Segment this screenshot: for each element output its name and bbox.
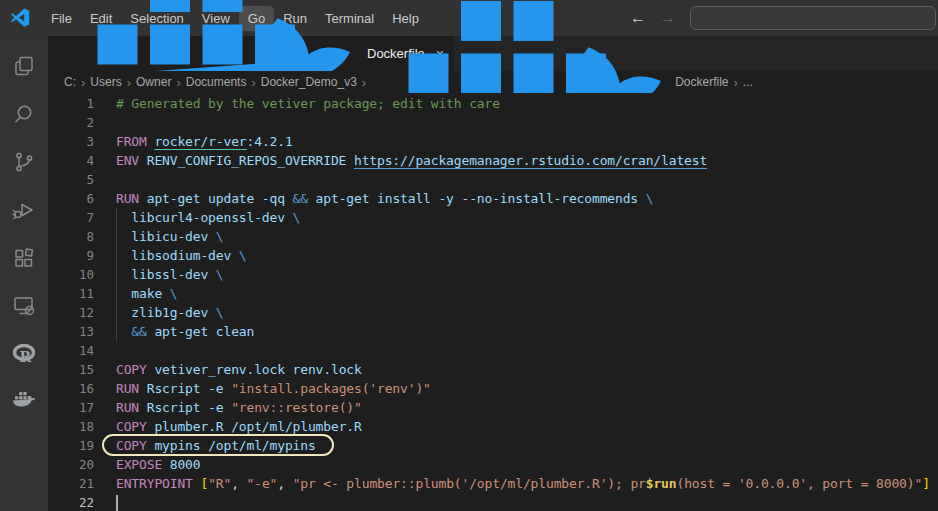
breadcrumb-chevron-icon: › [127,75,131,90]
breadcrumb-item[interactable]: Owner [136,75,171,89]
code-line[interactable]: 8 libicu-dev \ [48,227,938,246]
code-line[interactable]: 5 [48,170,938,189]
indent-guide [116,208,117,227]
line-number: 8 [48,227,94,246]
line-number: 18 [48,417,94,436]
line-number: 4 [48,151,94,170]
line-number: 17 [48,398,94,417]
activity-bar: R [0,36,48,511]
code-line[interactable]: 2 [48,113,938,132]
indent-guide [116,246,117,265]
line-number: 7 [48,208,94,227]
code-line[interactable]: 1# Generated by the vetiver package; edi… [48,94,938,113]
code-line[interactable]: 9 libsodium-dev \ [48,246,938,265]
code-line[interactable]: 3FROM rocker/r-ver:4.2.1 [48,132,938,151]
line-number: 14 [48,341,94,360]
code-line[interactable]: 10 libssl-dev \ [48,265,938,284]
r-language-icon[interactable]: R [0,330,48,378]
line-number: 12 [48,303,94,322]
line-number: 1 [48,94,94,113]
breadcrumb-chevron-icon: › [362,75,366,90]
line-number: 6 [48,189,94,208]
code-line[interactable]: 19COPY mypins /opt/ml/mypins [48,436,938,455]
line-number: 21 [48,474,94,493]
docker-icon[interactable] [0,378,48,426]
breadcrumb-item[interactable]: Documents [186,75,247,89]
code-line[interactable]: 21ENTRYPOINT ["R", "-e", "pr <- plumber:… [48,474,938,493]
code-line[interactable]: 14 [48,341,938,360]
breadcrumb-chevron-icon: › [251,75,255,90]
indent-guide [116,265,117,284]
remote-explorer-icon[interactable] [0,282,48,330]
line-number: 5 [48,170,94,189]
line-number: 13 [48,322,94,341]
indent-guide [116,303,117,322]
source-control-icon[interactable] [0,138,48,186]
line-number: 9 [48,246,94,265]
indent-guide [116,284,117,303]
line-number: 16 [48,379,94,398]
breadcrumb-item[interactable]: Docker_Demo_v3 [261,75,357,89]
code-line[interactable]: 12 zlib1g-dev \ [48,303,938,322]
line-number: 3 [48,132,94,151]
line-number: 15 [48,360,94,379]
line-number: 19 [48,436,94,455]
code-line[interactable]: 17RUN Rscript -e "renv::restore()" [48,398,938,417]
code-line[interactable]: 16RUN Rscript -e "install.packages('renv… [48,379,938,398]
vscode-logo-icon [10,8,30,28]
code-line[interactable]: 6RUN apt-get update -qq && apt-get insta… [48,189,938,208]
indent-guide [116,227,117,246]
breadcrumb-chevron-icon: › [176,75,180,90]
code-line[interactable]: 4ENV RENV_CONFIG_REPOS_OVERRIDE https://… [48,151,938,170]
editor-code[interactable]: 1# Generated by the vetiver package; edi… [48,93,938,511]
extensions-icon[interactable] [0,234,48,282]
line-number: 20 [48,455,94,474]
search-icon[interactable] [0,90,48,138]
code-line[interactable]: 20EXPOSE 8000 [48,455,938,474]
breadcrumb: C:›Users›Owner›Documents›Docker_Demo_v3›… [48,71,938,93]
line-number: 10 [48,265,94,284]
explorer-icon[interactable] [0,42,48,90]
code-line[interactable]: 13 && apt-get clean [48,322,938,341]
code-line[interactable]: 15COPY vetiver_renv.lock renv.lock [48,360,938,379]
run-debug-icon[interactable] [0,186,48,234]
breadcrumb-item[interactable]: ... [743,75,753,89]
breadcrumb-chevron-icon: › [734,75,738,90]
line-number: 2 [48,113,94,132]
code-line[interactable]: 7 libcurl4-openssl-dev \ [48,208,938,227]
line-number: 11 [48,284,94,303]
breadcrumb-item[interactable]: C: [64,75,76,89]
breadcrumb-item[interactable]: Users [90,75,121,89]
code-line[interactable]: 11 make \ [48,284,938,303]
text-cursor [116,495,118,511]
line-number: 22 [48,493,94,511]
indent-guide [116,322,117,341]
code-line[interactable]: 18COPY plumber.R /opt/ml/plumber.R [48,417,938,436]
breadcrumb-chevron-icon: › [81,75,85,90]
code-line[interactable]: 22 [48,493,938,511]
svg-text:R: R [20,349,32,365]
